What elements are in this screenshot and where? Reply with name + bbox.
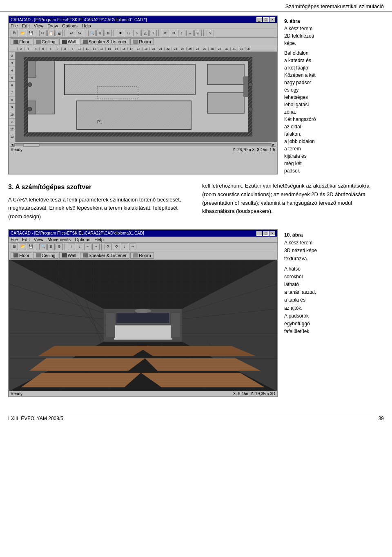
fig9-body: Bal oldalona katedra ésa két faajtó.Közé… bbox=[284, 49, 370, 174]
toolbar-btn-1[interactable]: 🖹 bbox=[11, 30, 18, 36]
toolbar3d-btn-5[interactable]: ⊕ bbox=[47, 244, 55, 250]
page-footer: LXIII. ÉVFOLYAM 2008/5 39 bbox=[0, 413, 392, 424]
tab3d-floor[interactable]: Floor bbox=[11, 252, 32, 259]
scroll-right-btn[interactable]: ► bbox=[271, 143, 276, 147]
menu3d-movements[interactable]: Movements bbox=[47, 237, 71, 242]
toolbar-btn-16[interactable]: T bbox=[149, 30, 157, 36]
3d-svg bbox=[9, 260, 277, 391]
status-left-3d: Ready bbox=[11, 391, 22, 396]
tab3d-ceiling[interactable]: Ceiling bbox=[33, 252, 58, 259]
tab3d-room[interactable]: Room bbox=[130, 252, 154, 259]
tab3d-speaker[interactable]: Speaker & Listener bbox=[80, 252, 130, 259]
toolbar-btn-11[interactable]: ⊖ bbox=[105, 30, 112, 36]
toolbar3d-sep-1 bbox=[36, 244, 38, 250]
toolbar3d-btn-12[interactable]: ⟲ bbox=[113, 244, 120, 250]
scrollbar-h-2d[interactable]: ◄ ► bbox=[9, 142, 277, 147]
toolbar-btn-7[interactable]: ↩ bbox=[68, 30, 75, 36]
toolbar-btn-19[interactable]: ↕ bbox=[178, 30, 185, 36]
toolbar-btn-6[interactable]: 🖨 bbox=[56, 30, 63, 36]
maximize-btn[interactable]: □ bbox=[263, 17, 269, 22]
toolbar-btn-10[interactable]: ⊕ bbox=[96, 30, 104, 36]
tab-ceiling[interactable]: Ceiling bbox=[33, 38, 58, 45]
status-right-2d: Y: 26,70m X: 3,45m 1:5 bbox=[232, 148, 275, 152]
toolbar3d-btn-4[interactable]: 🔍 bbox=[39, 244, 47, 250]
close-btn-3d[interactable]: × bbox=[270, 231, 275, 236]
tab-floor[interactable]: Floor bbox=[11, 38, 32, 45]
toolbar-btn-8[interactable]: ↪ bbox=[76, 30, 83, 36]
tab-wall[interactable]: Wall bbox=[59, 38, 79, 45]
toolbar3d-btn-9[interactable]: ← bbox=[84, 244, 91, 250]
toolbar-btn-4[interactable]: ✂ bbox=[39, 30, 47, 36]
toolbar-btn-22[interactable]: ? bbox=[207, 30, 214, 36]
menu-view[interactable]: View bbox=[34, 23, 44, 28]
toolbar-btn-5[interactable]: 📋 bbox=[47, 30, 55, 36]
toolbar-btn-13[interactable]: □ bbox=[125, 30, 132, 36]
tab-speaker-label: Speaker & Listener bbox=[89, 39, 127, 44]
tab3d-wall[interactable]: Wall bbox=[59, 252, 79, 259]
maximize-btn-3d[interactable]: □ bbox=[263, 231, 269, 236]
status-right-3d: X: 9,45m Y: 19,35m 3D bbox=[233, 391, 275, 396]
toolbar-btn-9[interactable]: 🔍 bbox=[88, 30, 96, 36]
toolbar3d-btn-14[interactable]: ↔ bbox=[129, 244, 136, 250]
toolbar-btn-14[interactable]: ○ bbox=[133, 30, 140, 36]
toolbar-btn-21[interactable]: ⊞ bbox=[194, 30, 202, 36]
tab3d-room-label: Room bbox=[139, 253, 151, 258]
toolbar3d-btn-10[interactable]: → bbox=[92, 244, 100, 250]
canvas-3d[interactable] bbox=[9, 260, 277, 391]
svg-point-20 bbox=[248, 83, 252, 87]
cad-title-2d: CARACAD - [E:\Program Files\ETSKIEL\CARA… bbox=[11, 18, 147, 22]
tab-room[interactable]: Room bbox=[130, 38, 154, 45]
menu3d-view[interactable]: View bbox=[34, 237, 44, 242]
menu-file[interactable]: File bbox=[11, 23, 18, 28]
menu3d-help[interactable]: Help bbox=[94, 237, 104, 242]
menu3d-options[interactable]: Options bbox=[75, 237, 90, 242]
fig10-title: A kész terem3D nézeti képetextúrázva. bbox=[284, 239, 370, 263]
menu-draw[interactable]: Draw bbox=[47, 23, 58, 28]
svg-rect-16 bbox=[207, 64, 244, 85]
toolbar-btn-3[interactable]: 💾 bbox=[27, 30, 34, 36]
toolbar3d-btn-13[interactable]: ↕ bbox=[121, 244, 128, 250]
cad-titlebar-3d: CARACAD - [E:\Program Files\ETSKIEL\CARA… bbox=[9, 230, 277, 237]
toolbar3d-btn-11[interactable]: ⟳ bbox=[105, 244, 112, 250]
text-section: 3. A számítógépes szoftver A CARA lehető… bbox=[8, 182, 384, 221]
minimize-btn-3d[interactable]: _ bbox=[256, 231, 262, 236]
toolbar-btn-20[interactable]: ↔ bbox=[186, 30, 194, 36]
menu3d-file[interactable]: File bbox=[11, 237, 18, 242]
toolbar3d-btn-1[interactable]: 🖹 bbox=[11, 244, 18, 250]
text-col-right: kell létrehoznunk. Ezután van lehetőségü… bbox=[202, 182, 384, 221]
toolbar3d-btn-3[interactable]: 💾 bbox=[27, 244, 34, 250]
scroll-left-btn[interactable]: ◄ bbox=[10, 143, 15, 147]
canvas-2d[interactable]: P1 bbox=[16, 52, 277, 142]
footer-right: 39 bbox=[379, 416, 384, 421]
toolbar-btn-2[interactable]: 📂 bbox=[19, 30, 26, 36]
tab-speaker[interactable]: Speaker & Listener bbox=[80, 38, 130, 45]
menu-options[interactable]: Options bbox=[62, 23, 78, 28]
toolbar-btn-17[interactable]: ⟳ bbox=[162, 30, 169, 36]
cad-menubar-2d: File Edit View Draw Options Help bbox=[9, 23, 277, 29]
tab-floor-label: Floor bbox=[19, 39, 29, 44]
svg-rect-8 bbox=[24, 132, 252, 136]
menu-edit[interactable]: Edit bbox=[22, 23, 30, 28]
ruler-left-2d: 2 3 4 5 6 7 8 9 10 11 12 13 bbox=[9, 52, 16, 142]
toolbar3d-btn-2[interactable]: 📂 bbox=[19, 244, 26, 250]
svg-rect-7 bbox=[248, 57, 252, 136]
fig9-num: 9. ábra bbox=[284, 18, 370, 25]
svg-point-21 bbox=[248, 107, 252, 111]
svg-rect-72 bbox=[114, 325, 172, 340]
svg-point-19 bbox=[28, 107, 32, 111]
toolbar3d-btn-8[interactable]: ↓ bbox=[76, 244, 83, 250]
fig10-body: A hátsósorokbólláthatóa tanári asztal,a … bbox=[284, 265, 370, 336]
toolbar-btn-18[interactable]: ⟲ bbox=[170, 30, 177, 36]
toolbar-btn-15[interactable]: △ bbox=[141, 30, 149, 36]
toolbar-sep-5 bbox=[158, 30, 160, 36]
svg-rect-13 bbox=[65, 64, 195, 95]
minimize-btn[interactable]: _ bbox=[256, 17, 262, 22]
close-btn[interactable]: × bbox=[270, 17, 275, 22]
toolbar3d-btn-6[interactable]: ⊖ bbox=[56, 244, 63, 250]
svg-point-18 bbox=[28, 83, 32, 87]
toolbar-btn-12[interactable]: ■ bbox=[117, 30, 124, 36]
menu3d-edit[interactable]: Edit bbox=[22, 237, 30, 242]
svg-rect-5 bbox=[24, 57, 28, 136]
toolbar3d-btn-7[interactable]: ↑ bbox=[68, 244, 75, 250]
menu-help[interactable]: Help bbox=[82, 23, 91, 28]
